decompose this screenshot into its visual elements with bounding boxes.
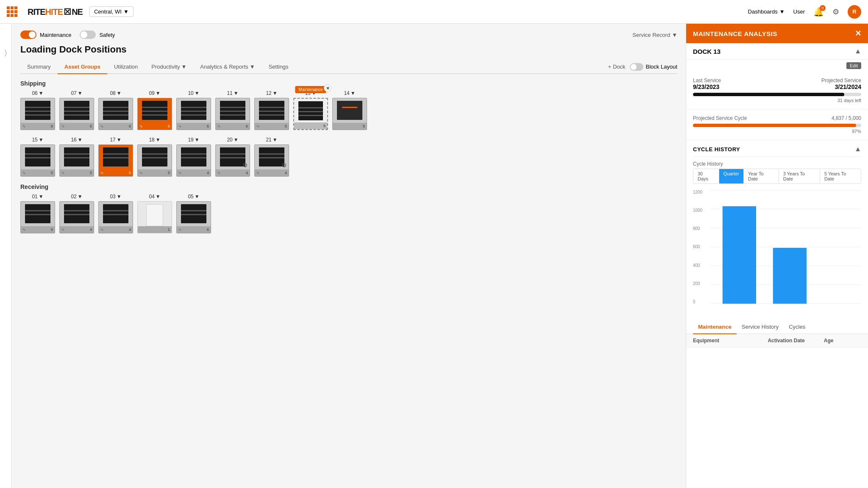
dock-card-18[interactable]: 18▼ ∿ 5 — [137, 137, 172, 177]
bottom-tab-cycles[interactable]: Cycles — [784, 320, 810, 334]
dock-label-21: 21▼ — [266, 137, 277, 143]
user-button[interactable]: User — [793, 8, 805, 15]
receiving-section-label: Receiving — [20, 183, 677, 190]
cycle-row: Projected Service Cycle 4,837 / 5,000 — [693, 115, 861, 121]
dock-04-chevron: ▼ — [156, 194, 161, 200]
dock-visual-08[interactable]: ∿ 6 — [98, 98, 133, 130]
dock-card-05[interactable]: 05▼ ∿ 6 — [176, 194, 211, 233]
dock-card-20[interactable]: 20▼ ∿ 4 ⚙ — [215, 137, 250, 177]
dock-bottom-06: ∿ 6 — [21, 123, 55, 130]
safety-label: Safety — [99, 32, 115, 38]
user-avatar[interactable]: R — [848, 5, 861, 19]
dock-card-07[interactable]: 07▼ ∿ 6 — [59, 90, 94, 130]
cycle-progress-bg — [693, 124, 861, 127]
gear-icon-21[interactable]: ⚙ — [281, 162, 287, 169]
dock-visual-09[interactable]: ∿ 6 — [137, 98, 172, 130]
dashboards-chevron-icon: ▼ — [779, 8, 785, 15]
cycle-tab-quarter[interactable]: Quarter — [719, 169, 744, 183]
dock-visual-16[interactable]: ∿ 5 — [59, 144, 94, 177]
dock-bottom-18: ∿ 5 — [138, 169, 172, 176]
cycle-tab-30days[interactable]: 30 Days — [693, 169, 719, 183]
dock-visual-21[interactable]: ∿ 4 ⚙ — [254, 144, 289, 177]
cycle-tab-3ytd[interactable]: 3 Years To Date — [779, 169, 820, 183]
dock-label-20: 20▼ — [227, 137, 238, 143]
dock-bottom-21: ∿ 4 — [255, 169, 289, 176]
maintenance-toggle[interactable] — [20, 30, 36, 39]
cycle-history-chevron-icon[interactable]: ▲ — [854, 145, 861, 153]
dock-visual-15[interactable]: ∿ 5 — [20, 144, 55, 177]
dock-visual-11[interactable]: ∿ 6 — [215, 98, 250, 130]
dock-visual-12[interactable]: ∿ 5 — [254, 98, 289, 130]
dock-bottom-08: ∿ 6 — [99, 123, 133, 130]
dock-card-15[interactable]: 15▼ ∿ 5 — [20, 137, 55, 177]
dock-visual-02[interactable]: ∿ 4 — [59, 201, 94, 233]
service-record-button[interactable]: Service Record ▼ — [632, 32, 677, 38]
dock-card-08[interactable]: 08▼ ∿ 6 — [98, 90, 133, 130]
block-layout-switch[interactable] — [630, 63, 643, 71]
app-grid-icon[interactable] — [7, 6, 17, 17]
dock-label-01: 01▼ — [32, 194, 43, 200]
dock-09-chevron: ▼ — [156, 90, 161, 96]
dock-card-06[interactable]: 06▼ ∿ 6 — [20, 90, 55, 130]
dock-card-12[interactable]: 12▼ ∿ 5 — [254, 90, 289, 130]
dock-visual-06[interactable]: ∿ 6 — [20, 98, 55, 130]
gear-icon-20[interactable]: ⚙ — [242, 162, 248, 169]
dock-08-chevron: ▼ — [117, 90, 122, 96]
dashboards-button[interactable]: Dashboards ▼ — [748, 8, 785, 15]
tab-analytics[interactable]: Analytics & Reports ▼ — [193, 60, 262, 74]
dock-card-21[interactable]: 21▼ ∿ 4 ⚙ — [254, 137, 289, 177]
tab-utilization[interactable]: Utilization — [107, 60, 145, 74]
dock-label-04: 04▼ — [149, 194, 160, 200]
dock-visual-07[interactable]: ∿ 6 — [59, 98, 94, 130]
dock-bottom-01: ∿ 6 — [21, 226, 55, 233]
dock-visual-13[interactable]: 6 — [293, 98, 328, 130]
dock-card-14[interactable]: 14▼ 5 — [332, 90, 367, 130]
panel-dock-chevron-icon[interactable]: ▲ — [854, 47, 861, 55]
dock-visual-03[interactable]: ∿ 4 — [98, 201, 133, 233]
notification-bell[interactable]: 🔔 0 — [813, 7, 824, 17]
dock-visual-10[interactable]: ∿ 6 — [176, 98, 211, 130]
dock-visual-20[interactable]: ∿ 4 ⚙ — [215, 144, 250, 177]
dock-card-11[interactable]: 11▼ ∿ 6 — [215, 90, 250, 130]
dock-card-13[interactable]: 13▼ Maintenance ✕ 6 — [293, 90, 328, 130]
add-dock-button[interactable]: + Dock — [608, 64, 626, 70]
notification-badge: 0 — [820, 5, 826, 11]
settings-gear-button[interactable]: ⚙ — [832, 7, 839, 17]
cycle-tab-ytd[interactable]: Year To Date — [744, 169, 779, 183]
close-tooltip-13[interactable]: ✕ — [324, 84, 331, 92]
safety-toggle[interactable] — [80, 30, 96, 39]
sidebar-toggle[interactable]: 〉 — [0, 24, 12, 488]
dock-visual-14[interactable]: 5 — [332, 98, 367, 130]
dock-bottom-13: 6 — [294, 122, 327, 129]
shipping-dock-grid: 06▼ ∿ 6 07▼ — [20, 90, 677, 130]
dock-visual-19[interactable]: ∿ 4 — [176, 144, 211, 177]
tab-productivity[interactable]: Productivity ▼ — [145, 60, 193, 74]
dock-card-17[interactable]: 17▼ ∿ 5 — [98, 137, 133, 177]
dock-card-02[interactable]: 02▼ ∿ 4 — [59, 194, 94, 233]
dock-card-04[interactable]: 04▼ 1 — [137, 194, 172, 233]
location-selector[interactable]: Central, WI ▼ — [89, 6, 134, 17]
dock-label-08: 08▼ — [110, 90, 121, 96]
edit-button[interactable]: Edit — [846, 62, 861, 69]
dock-card-03[interactable]: 03▼ ∿ 4 — [98, 194, 133, 233]
bottom-tab-maintenance[interactable]: Maintenance — [693, 320, 737, 334]
dock-visual-01[interactable]: ∿ 6 — [20, 201, 55, 233]
cycle-tabs: 30 Days Quarter Year To Date 3 Years To … — [693, 169, 861, 184]
dock-visual-05[interactable]: ∿ 6 — [176, 201, 211, 233]
dock-visual-17[interactable]: ∿ 5 — [98, 144, 133, 177]
panel-close-button[interactable]: ✕ — [855, 29, 862, 38]
bottom-tab-service-history[interactable]: Service History — [737, 320, 784, 334]
dock-door-10 — [181, 101, 206, 120]
dock-door-05 — [181, 204, 206, 223]
dock-card-01[interactable]: 01▼ ∿ 6 — [20, 194, 55, 233]
dock-card-09[interactable]: 09▼ ∿ 6 — [137, 90, 172, 130]
tab-summary[interactable]: Summary — [20, 60, 58, 74]
dock-card-10[interactable]: 10▼ ∿ 6 — [176, 90, 211, 130]
dock-card-16[interactable]: 16▼ ∿ 5 — [59, 137, 94, 177]
dock-visual-18[interactable]: ∿ 5 — [137, 144, 172, 177]
cycle-tab-5ytd[interactable]: 5 Years To Date — [820, 169, 861, 183]
dock-card-19[interactable]: 19▼ ∿ 4 — [176, 137, 211, 177]
tab-settings[interactable]: Settings — [262, 60, 295, 74]
dock-visual-04[interactable]: 1 — [137, 201, 172, 233]
tab-asset-groups[interactable]: Asset Groups — [58, 60, 107, 74]
